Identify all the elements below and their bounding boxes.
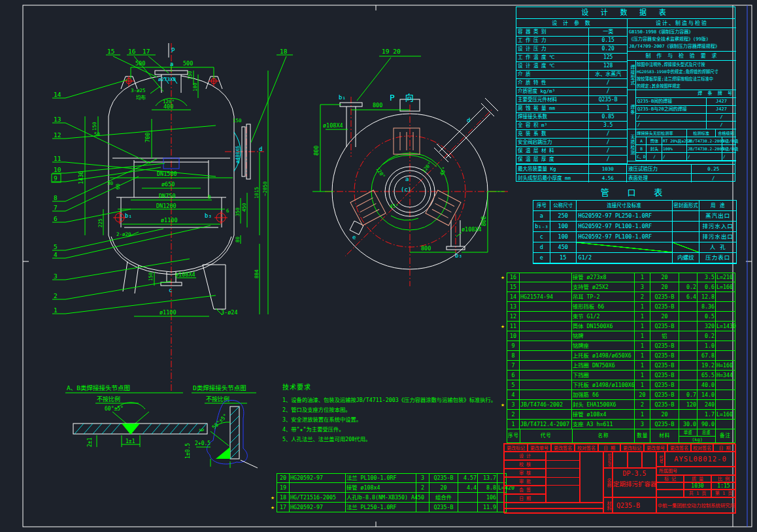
table-row: ★ 17 HG20592-97 法兰 PL250-1.0RF Q235-B 11… [269, 503, 507, 512]
table-row: ★ 3 JB/T4746-2002 封头 EHA1500X6 2 Q235-B … [499, 400, 735, 410]
company-name: 中航一集团航空动力控制系统研究所 [656, 497, 736, 514]
weld-dim-label: 1±0.5 [185, 443, 191, 459]
bom-unit-weight: 0.2 [679, 282, 698, 292]
design-param-row: 设 计 温 度 ℃ 128 [516, 62, 627, 71]
rod-joint: Q235-B与20之间的焊接 [636, 106, 707, 113]
bom-note [716, 302, 735, 312]
bom-total-weight: 12.8 [698, 292, 716, 302]
product-name: 定期排污扩容器 [613, 479, 656, 489]
nozzle-table: 管 口 表 序号 公称尺寸 连接尺寸及标准 密封面形式 用 途 a 250 HG… [533, 187, 737, 264]
bom-item-no: 14 [507, 292, 520, 302]
bom-qty [416, 503, 429, 512]
bom-part-name: 法兰 PL250-1.0RF [346, 503, 416, 512]
dim-label: ø1100 [161, 217, 178, 224]
ndt-class: B [636, 145, 647, 152]
bom-standard [520, 341, 572, 351]
revision-header: 更改单号 [644, 444, 667, 452]
pressure-part-star [499, 292, 507, 302]
bom-material: Q235-B [650, 322, 679, 331]
cad-drawing-sheet: 500 500 ø273X8 150 180 120° 400 3-ø25 均布… [0, 0, 757, 532]
dim-label: 800 [373, 102, 382, 108]
dim-label: 1430 [78, 171, 84, 184]
bom-part-name: 锥形挡板 δ6 [572, 302, 635, 312]
pressure-part-star [499, 302, 507, 312]
bom-note [716, 390, 735, 400]
dim-label: ø650 [161, 181, 175, 188]
bom-qty: 1 [635, 312, 650, 322]
nozzle-connection [577, 242, 673, 252]
weld-detail-title: A、B类焊接接头节点图 [67, 384, 130, 391]
technical-notes: 技术要求 1、设备的油漆、包装及运输按JB/T4711-2003《压力容器涂敷与… [282, 382, 505, 444]
param-value: / [589, 156, 627, 163]
param-label: 保 温 层 厚 度 [516, 156, 589, 163]
welding-rod-section: 焊条 焊 条 牌 号 Q235-B间的焊接 J427 Q235-B与20之间的焊… [628, 90, 736, 129]
bom-unit-weight [679, 302, 698, 312]
dim-label: ~2850 [262, 181, 268, 196]
revision-header: 更改签名 [667, 444, 691, 452]
standard-item: 《压力容器安全技术监察规程》(99版) [628, 36, 736, 43]
dim-label: ø1100 [160, 309, 177, 316]
bom-part-name: 上托板 ø1498/ø650X6 [572, 351, 635, 361]
leader-number: 18 [280, 48, 288, 55]
table-row: 15 支持管 ø25X2 3 20 0.2 0.6 L=160 [499, 282, 735, 292]
nozzle-connection: HG20592-97 PL100-1.0RF [577, 222, 673, 231]
leader-number: 5 [54, 243, 58, 250]
ndt-row: B 封头 100% JB/T4730.2-2005 Ⅱ级/Ⅲ级 [636, 145, 736, 153]
param-label: 介 质 特 性 [516, 79, 589, 87]
dim-label: 884 [254, 269, 260, 278]
bom-material: 20 [429, 483, 458, 493]
weld-dim-label: 1±1 [126, 439, 135, 444]
bom-total-weight: 0.6 [698, 282, 716, 292]
dim-label: 500 [135, 60, 145, 67]
nozzle-row: b₁₋₃ 100 HG20592-97 PL100-1.0RF 排污水入口 [533, 222, 736, 232]
nozzle-seal-text: 内螺纹 [677, 254, 694, 261]
weld-detail-title: D类焊接接头节点图 [193, 384, 246, 391]
bom-standard: HG/T21516-2005 [290, 493, 346, 503]
nozzle-c-label: c [169, 287, 172, 293]
param-value: / [589, 88, 627, 95]
ndt-row: A 筒体 RT 20%且≥250 JB/T4730.2-2005 Ⅱ级/Ⅲ级 [636, 137, 736, 145]
bom-item-no: 9 [507, 341, 520, 351]
standard-item: GB150-1998《钢制压力容器》 [628, 29, 736, 36]
nozzle-e-label: e [352, 234, 356, 241]
nozzle-b3-label: b₃ [205, 212, 212, 219]
standard-item: JB/T4709-2007《钢制压力容器焊接规程》 [628, 43, 736, 50]
bom-standard [290, 483, 346, 493]
leader-number: 1 [54, 307, 58, 314]
mark-value [656, 482, 684, 490]
dim-label: 150 [148, 272, 154, 281]
note-item: 3、安全泄放装置在系统中设置。 [282, 415, 505, 425]
view-direction-marker: P [171, 47, 175, 54]
design-param-row: 介 质 特 性 / [516, 79, 627, 88]
nozzle-d-label: d [467, 117, 470, 124]
stage-cell [642, 452, 656, 468]
leader-number: 9 [54, 175, 58, 182]
sign-cell-empty [580, 452, 603, 503]
dim-label: 800 [421, 245, 431, 252]
bom-qty: 2 [635, 292, 650, 302]
sign-cell-empty [546, 460, 580, 469]
param-value: 1030 [589, 165, 627, 173]
bom-note [716, 312, 735, 322]
design-param-row: 介 质 水、水蒸汽 [516, 71, 627, 79]
note-item: 4、带"★"为主要受压件。 [282, 425, 505, 435]
ndt-rate: 100% [662, 145, 687, 152]
rod-header: 焊 条 牌 号 [636, 90, 736, 97]
leader-number: 3 [54, 273, 58, 280]
bom-part-name: 接管 ø108x4 [346, 483, 416, 493]
nozzle-dn: 250 [550, 211, 577, 221]
nozzle-id: a [533, 211, 550, 221]
bom-part-name: 加强筋 δ6 [572, 390, 635, 400]
weld-angle-label: 50°±5° [211, 413, 229, 431]
bom-qty: 1 [635, 302, 650, 312]
material-label: 材料 [603, 497, 613, 514]
nozzle-use: 蒸汽出口 [699, 211, 736, 221]
weld-detail-scale: 不按比例 [97, 395, 120, 403]
pressure-part-star [499, 361, 507, 371]
ndt-standard: / [687, 153, 722, 160]
table-row: 5 下托板 ø1498/ø1100X6 1 Q235-B 40.0 [499, 380, 735, 390]
bom-total-weight: 8.8 [478, 483, 497, 493]
title-block: 更改标记 更改单号 更改签名 校对签名 日 期 更改标记 更改单号 更改签名 校… [503, 443, 735, 513]
bom-note [716, 292, 735, 302]
nozzle-a-pipe-label: ø273X8 [158, 76, 177, 82]
